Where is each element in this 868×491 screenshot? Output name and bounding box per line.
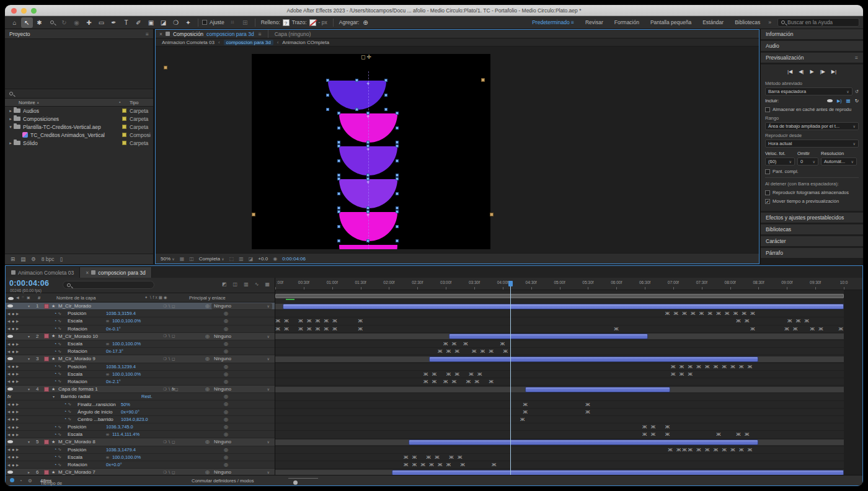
keyframe[interactable]: Ж	[688, 447, 692, 453]
keyframe[interactable]: Ж	[477, 371, 482, 378]
pick-whip-icon[interactable]: ◎	[205, 469, 210, 475]
shortcut-dropdown[interactable]: Barra espaciadora∨	[765, 87, 852, 95]
keyframe-navigator[interactable]: ◀◆▶	[6, 410, 28, 414]
tool-zoom[interactable]	[46, 17, 58, 28]
keyframe[interactable]: Ж	[412, 462, 417, 468]
keyframe[interactable]: Ж	[438, 462, 442, 468]
reset-icon[interactable]: ↺	[855, 89, 859, 94]
viewer-current-time[interactable]: 0:00:04:06	[282, 256, 306, 262]
layer-duration-bar[interactable]	[525, 387, 670, 392]
keyframe-navigator[interactable]: ◀◆▶	[6, 327, 28, 330]
keyframe[interactable]: Ж	[469, 371, 473, 378]
proportional-grid-icon[interactable]: ⊞	[239, 17, 251, 28]
property-value[interactable]: 50%	[121, 402, 130, 407]
keyframe[interactable]: Ж	[316, 326, 320, 332]
label-color-swatch[interactable]	[122, 133, 126, 137]
workspace-tab-formación[interactable]: Formación	[609, 19, 645, 25]
panel-header-informacion[interactable]: Información	[761, 29, 863, 39]
transform-gizmo[interactable]: ◻✛	[361, 54, 373, 60]
keyframe[interactable]: Ж	[472, 348, 476, 355]
keyframe-navigator[interactable]: ◀◆▶	[6, 425, 28, 429]
selection-handle[interactable]	[326, 79, 329, 82]
disclosure-icon[interactable]: ▸	[7, 108, 14, 113]
folder-icon[interactable]: ▤	[20, 256, 25, 262]
flowchart-icon[interactable]: ⊞	[11, 256, 15, 262]
layer-duration-bar[interactable]	[429, 356, 759, 362]
property-row[interactable]: ◀◆▶◔∿Rotación0x-2.1°◎	[6, 378, 275, 386]
property-row[interactable]: ◀◆▶◔∿Escala∞100.0,100.0%◎	[6, 317, 275, 325]
selection-handle[interactable]	[366, 206, 370, 210]
pick-whip-icon[interactable]: ◎	[224, 431, 228, 437]
keyframe[interactable]: Ж	[665, 424, 670, 430]
panel-header-efectos[interactable]: Efectos y ajustes preestablecidos	[761, 213, 863, 223]
parent-dropdown[interactable]: Ninguno∨	[211, 469, 272, 475]
keyframe[interactable]: Ж	[673, 311, 678, 317]
keyframe[interactable]: Ж	[404, 454, 408, 461]
time-ruler[interactable]: :00f00:30f01:00f01:30f02:00f02:30f03:00f…	[275, 278, 862, 290]
property-name[interactable]: Ángulo de inicio	[78, 409, 121, 415]
help-search-input[interactable]: Buscar en la Ayuda	[777, 18, 859, 27]
pick-whip-icon[interactable]: ◎	[205, 303, 210, 309]
motion-blur-icon[interactable]: ∿	[255, 281, 259, 287]
panel-header-caracter[interactable]: Carácter	[761, 236, 863, 246]
project-item-comp[interactable]: TC_Creditos Animados_VerticalComposición	[5, 131, 153, 139]
label-color-swatch[interactable]	[44, 356, 49, 361]
audio-column-icon[interactable]: ◀	[16, 295, 19, 299]
keyframe[interactable]: Ж	[642, 424, 647, 430]
keyframe[interactable]: Ж	[458, 454, 462, 461]
property-value[interactable]: 100.0,100.0%	[112, 318, 141, 324]
tool-pan-behind[interactable]: ✚	[83, 17, 95, 28]
keyframe[interactable]: Ж	[688, 364, 692, 370]
keyframe[interactable]: Ж	[742, 311, 746, 317]
keyframe[interactable]: Ж	[284, 326, 288, 332]
pick-whip-icon[interactable]: ◎	[224, 417, 228, 422]
first-frame-button[interactable]: |◀	[787, 69, 792, 74]
expand-toggle[interactable]: ▾	[28, 304, 36, 308]
lock-column-icon[interactable]: ▣	[27, 295, 30, 299]
property-row[interactable]: ◀◆▶◔∿Escala∞100.0,100.0%◎	[6, 340, 275, 348]
play-cached-checkbox[interactable]	[765, 190, 770, 195]
stroke-width[interactable]: - px	[319, 19, 327, 25]
workspace-tab-bibliotecas[interactable]: Bibliotecas	[729, 19, 766, 25]
grid-icon[interactable]: ⌗	[227, 17, 239, 28]
property-name[interactable]: Rotación	[68, 348, 106, 354]
constrain-proportions-icon[interactable]: ∞	[106, 372, 112, 376]
layer-bounding-box-handle[interactable]	[490, 213, 494, 216]
timeline-tab[interactable]: Animacion Comoleta 03	[6, 267, 80, 278]
cache-checkbox[interactable]	[765, 107, 770, 112]
project-column-headers[interactable]: Nombre▲ ⬩ Tipo	[5, 99, 153, 107]
layer-visibility-toggle[interactable]	[6, 335, 28, 338]
keyframe[interactable]: Ж	[810, 326, 815, 332]
keyframe[interactable]: Ж	[324, 326, 329, 332]
property-row[interactable]: ◀◆▶◔∿Rotación0x+0.0°◎	[6, 461, 275, 469]
keyframe[interactable]: Ж	[680, 371, 684, 378]
tool-shape[interactable]: ▭	[95, 17, 107, 28]
keyframe[interactable]: Ж	[722, 364, 726, 370]
keyframe[interactable]: Ж	[838, 326, 843, 332]
stopwatch-icon[interactable]: ◔∿	[54, 425, 68, 430]
property-row[interactable]: ◀◆▶◔∿Finaliz...ransición50%◎	[6, 400, 275, 408]
layer-bounding-box-handle[interactable]	[164, 66, 167, 69]
property-value[interactable]: 1036.3,745.0	[106, 424, 133, 430]
keyframe[interactable]: Ж	[787, 318, 792, 324]
keyframe[interactable]: Ж	[750, 326, 755, 332]
stopwatch-icon[interactable]: ◔∿	[54, 342, 68, 347]
stopwatch-icon[interactable]: ◔∿	[54, 326, 68, 331]
label-color-swatch[interactable]	[122, 141, 126, 145]
pick-whip-icon[interactable]: ◎	[224, 447, 228, 453]
property-name[interactable]: Escala	[68, 431, 106, 437]
selection-handle[interactable]	[384, 108, 388, 111]
property-row[interactable]: ◀◆▶◔∿Escala∞100.0,100.0%◎	[6, 454, 275, 461]
tool-type[interactable]: T	[120, 17, 132, 28]
layer-duration-bar[interactable]	[449, 334, 648, 339]
keyframe[interactable]: Ж	[427, 454, 431, 461]
tool-pen[interactable]: ✒	[108, 17, 120, 28]
property-name[interactable]: Rotación	[68, 326, 106, 332]
fullscreen-checkbox[interactable]	[765, 169, 770, 174]
selection-handle[interactable]	[366, 239, 370, 242]
selection-handle[interactable]	[396, 239, 399, 242]
property-row[interactable]: ◀◆▶◔∿Escala∞100.0,100.0%◎	[6, 371, 275, 378]
stopwatch-icon[interactable]: ◔∿	[54, 349, 68, 354]
parent-dropdown[interactable]: Ninguno∨	[211, 333, 272, 339]
keyframe-navigator[interactable]: ◀◆▶	[6, 448, 28, 451]
